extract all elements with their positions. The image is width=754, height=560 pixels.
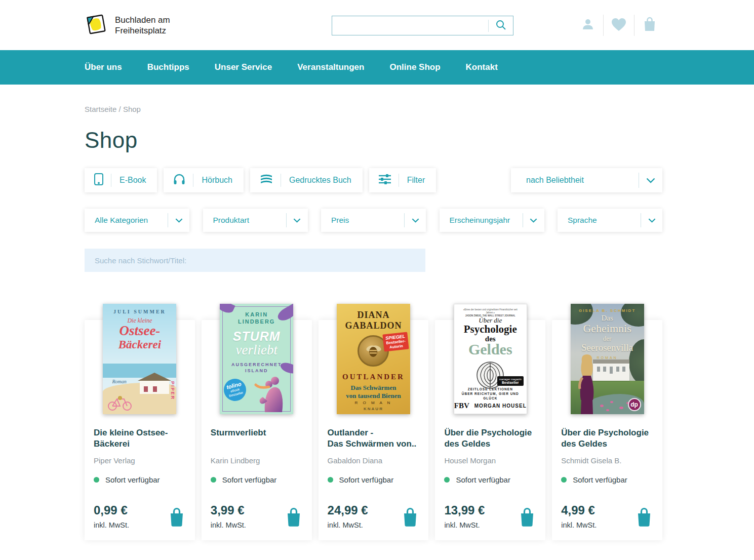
book-cover-ostsee-baeckerei[interactable]: JULI SUMMER Die kleine Ostsee- Bäckerei …	[103, 304, 176, 414]
cover-genre-text: R O M A N	[337, 401, 410, 405]
header-search-input[interactable]	[332, 16, 488, 35]
availability-dot-icon	[94, 477, 99, 483]
breadcrumb-separator: /	[119, 105, 121, 113]
filter-printed-button[interactable]: Gedrucktes Buch	[250, 168, 363, 192]
add-to-cart-button[interactable]	[636, 507, 653, 529]
cover-title-text: STURM	[220, 329, 293, 344]
product-title[interactable]: Über die Psychologie des Geldes	[444, 427, 536, 450]
availability-status: Sofort verfügbar	[328, 475, 420, 484]
nav-item-unser-service[interactable]: Unser Service	[215, 62, 272, 72]
cover-badge: manager magazin Bestseller	[497, 376, 524, 386]
toolbar: E-Book Hörbuch Gedruckte	[85, 168, 662, 192]
bag-icon	[286, 521, 302, 528]
breadcrumb-home[interactable]: Startseite	[85, 105, 116, 113]
nav-item-kontakt[interactable]: Kontakt	[466, 62, 498, 72]
cover-series-text: OUTLANDER	[337, 373, 410, 381]
filter-ebook-label: E-Book	[120, 176, 146, 185]
cover-author-text: GISELA B. SCHMIDT	[571, 308, 644, 313]
product-title[interactable]: Sturmverliebt	[211, 427, 303, 450]
bag-icon	[636, 521, 652, 528]
availability-label: Sofort verfügbar	[105, 475, 160, 484]
logo-book-icon	[85, 12, 108, 38]
keyword-search-input[interactable]	[85, 249, 425, 272]
cover-art	[107, 394, 133, 411]
header-search	[332, 16, 513, 35]
cover-art	[254, 375, 289, 412]
availability-status: Sofort verfügbar	[94, 475, 186, 484]
add-to-cart-button[interactable]	[519, 507, 536, 529]
nav-item-buchtipps[interactable]: Buchtipps	[147, 62, 189, 72]
dropdown-alle-kategorien[interactable]: Alle Kategorien	[85, 209, 189, 232]
button-divider	[111, 174, 111, 187]
brand-line2: Freiheitsplatz	[115, 25, 170, 36]
cover-author-text: DIANA GABALDON	[337, 310, 410, 331]
dropdown-label: Alle Kategorien	[85, 216, 168, 225]
product-title[interactable]: Über die Psychologie des Geldes	[561, 427, 653, 450]
product-title[interactable]: Outlander - Das Schwärmen von..	[328, 427, 420, 450]
cart-button[interactable]	[634, 17, 665, 34]
add-to-cart-button[interactable]	[402, 507, 419, 529]
user-icon	[581, 17, 595, 33]
cover-art	[610, 401, 613, 403]
dropdown-produktart[interactable]: Produktart	[203, 209, 308, 232]
cover-publisher-text: PIPER	[170, 381, 175, 400]
dropdown-erscheinungsjahr[interactable]: Erscheinungsjahr	[440, 209, 544, 232]
chevron-down-icon	[168, 218, 189, 223]
site-header: Buchladen am Freiheitsplatz	[0, 0, 754, 50]
sort-select[interactable]: nach Beliebtheit	[511, 168, 662, 192]
add-to-cart-button[interactable]	[286, 507, 303, 529]
dropdown-sprache[interactable]: Sprache	[558, 209, 662, 232]
sort-selected-value: nach Beliebtheit	[511, 176, 639, 185]
chevron-down-icon	[639, 178, 662, 183]
nav-item-online-shop[interactable]: Online Shop	[389, 62, 440, 72]
ebook-icon	[94, 173, 104, 188]
filter-ebook-button[interactable]: E-Book	[85, 168, 157, 192]
dropdown-preis[interactable]: Preis	[321, 209, 426, 232]
bag-icon	[519, 521, 535, 528]
account-button[interactable]	[573, 17, 603, 33]
availability-dot-icon	[328, 477, 333, 483]
product-price: 0,99 €	[94, 503, 129, 517]
product-author: Karin Lindberg	[211, 456, 303, 465]
cover-art	[140, 381, 169, 394]
product-card: «Eines der besten und originellsten Fina…	[435, 320, 545, 540]
tax-note: inkl. MwSt.	[561, 521, 597, 529]
product-card: JULI SUMMER Die kleine Ostsee- Bäckerei …	[85, 320, 195, 540]
cover-title-text: Bäckerei	[103, 338, 176, 351]
book-cover-outlander[interactable]: DIANA GABALDON SPIEGEL Bestseller- Au	[337, 304, 410, 414]
cover-author-text: MORGAN HOUSEL	[474, 403, 527, 409]
cover-art	[600, 405, 604, 407]
availability-label: Sofort verfügbar	[573, 475, 627, 484]
bag-icon	[169, 521, 185, 528]
cover-title-text: Geldes	[454, 341, 527, 358]
book-cover-seerosenvilla[interactable]: GISELA B. SCHMIDT Das Geheimnis der Seer…	[571, 304, 644, 414]
logo[interactable]: Buchladen am Freiheitsplatz	[85, 12, 170, 38]
product-price: 4,99 €	[561, 503, 597, 517]
filter-more-button[interactable]: Filter	[369, 168, 436, 192]
chevron-down-icon	[287, 218, 308, 223]
header-icon-group	[573, 14, 665, 37]
product-title[interactable]: Die kleine Ostsee- Bäckerei	[94, 427, 186, 450]
button-divider	[399, 174, 399, 187]
cover-publisher-badge: dp	[628, 398, 641, 411]
product-card: KARIN LINDBERG STURM verliebt AUSGERECHN…	[202, 320, 312, 540]
cover-publisher-text: FBV	[454, 402, 469, 410]
product-author: Gabaldon Diana	[328, 456, 420, 465]
filter-audiobook-button[interactable]: Hörbuch	[164, 168, 243, 192]
cover-title-text: Psychologie	[454, 323, 527, 336]
wishlist-button[interactable]	[604, 18, 634, 33]
dropdown-label: Produktart	[203, 216, 286, 225]
nav-item-veranstaltungen[interactable]: Veranstaltungen	[297, 62, 364, 72]
books-stack-icon	[259, 173, 273, 188]
nav-item-ueber-uns[interactable]: Über uns	[85, 62, 122, 72]
add-to-cart-button[interactable]	[169, 507, 186, 529]
dropdown-label: Preis	[321, 216, 404, 225]
availability-dot-icon	[211, 477, 216, 483]
product-card: GISELA B. SCHMIDT Das Geheimnis der Seer…	[552, 320, 662, 540]
product-price: 13,99 €	[444, 503, 485, 517]
search-button[interactable]	[489, 16, 513, 35]
book-cover-psychologie-des-geldes[interactable]: «Eines der besten und originellsten Fina…	[454, 304, 527, 414]
dropdown-label: Erscheinungsjahr	[440, 216, 523, 225]
cover-publisher-text: KNAUR	[337, 407, 410, 411]
book-cover-sturmverliebt[interactable]: KARIN LINDBERG STURM verliebt AUSGERECHN…	[220, 304, 293, 414]
